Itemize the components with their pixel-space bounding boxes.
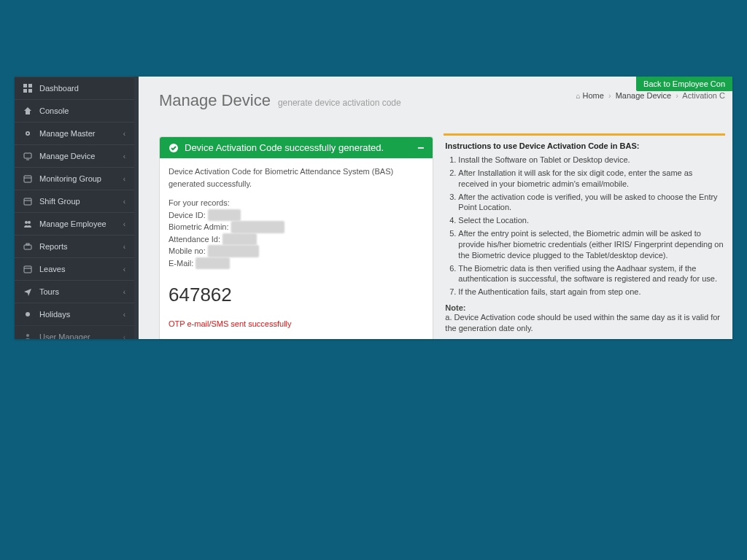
collapse-button[interactable]: − — [417, 145, 424, 151]
chevron-left-icon: ‹ — [123, 311, 125, 319]
back-to-employee-button[interactable]: Back to Employee Con — [636, 77, 732, 91]
svg-point-5 — [27, 133, 28, 134]
instructions-panel: Instructions to use Device Activation Co… — [444, 133, 725, 339]
chevron-left-icon: ‹ — [123, 130, 125, 138]
breadcrumb-manage-device[interactable]: Manage Device — [616, 91, 671, 100]
sidebar-item-label: Reports — [39, 242, 68, 251]
records-heading: For your records: — [169, 197, 424, 209]
chevron-left-icon: ‹ — [123, 175, 125, 183]
breadcrumb-home[interactable]: Home — [583, 91, 604, 100]
svg-rect-10 — [24, 198, 31, 205]
users-icon — [22, 219, 34, 229]
activation-panel-title: Device Activation Code successfully gene… — [185, 142, 384, 153]
instruction-step: If the Authentication fails, start again… — [458, 287, 724, 298]
svg-point-19 — [26, 334, 29, 337]
sidebar-item-console[interactable]: Console — [15, 99, 139, 122]
instruction-step: After the activation code is verified, y… — [458, 192, 724, 214]
sidebar: Dashboard Console Manage Master ‹ Manage… — [15, 77, 139, 339]
chevron-left-icon: ‹ — [123, 243, 125, 251]
sidebar-item-label: User Manager — [39, 332, 90, 339]
sidebar-item-monitoring-group[interactable]: Monitoring Group ‹ — [15, 167, 139, 190]
device-icon — [22, 151, 34, 161]
svg-point-13 — [28, 221, 31, 224]
sidebar-item-tours[interactable]: Tours ‹ — [15, 280, 139, 303]
svg-rect-6 — [24, 153, 31, 158]
svg-rect-14 — [24, 245, 31, 249]
instruction-step: Install the Software on Tablet or Deskto… — [458, 155, 724, 166]
instruction-step: After Installation it will ask for the s… — [458, 168, 724, 190]
chevron-left-icon: ‹ — [123, 152, 125, 160]
briefcase-icon — [22, 241, 34, 252]
page-subtitle: generate device activation code — [278, 98, 401, 108]
calendar-icon — [22, 174, 34, 184]
sidebar-item-holidays[interactable]: Holidays ‹ — [15, 303, 139, 325]
app-frame: Dashboard Console Manage Master ‹ Manage… — [15, 77, 732, 339]
sidebar-item-label: Console — [39, 106, 69, 115]
record-attendance-id: Attendance Id: ██████ — [169, 233, 424, 246]
sidebar-item-label: Monitoring Group — [39, 174, 101, 183]
instructions-list: Install the Software on Tablet or Deskto… — [445, 155, 724, 298]
svg-rect-2 — [23, 89, 27, 93]
instruction-step: After the entry point is selected, the B… — [458, 228, 724, 261]
sidebar-item-manage-device[interactable]: Manage Device ‹ — [15, 144, 139, 167]
breadcrumb-current: Activation C — [682, 91, 725, 100]
check-circle-icon — [169, 143, 179, 153]
calendar-icon — [22, 196, 34, 206]
page-title: Manage Device — [159, 91, 271, 110]
record-email: E-Mail: ██████ — [169, 257, 424, 270]
chevron-left-icon: ‹ — [123, 220, 125, 228]
home-icon — [22, 106, 34, 116]
instruction-step: The Biometric data is then verified usin… — [458, 263, 724, 285]
sidebar-item-shift-group[interactable]: Shift Group ‹ — [15, 190, 139, 212]
sidebar-item-manage-master[interactable]: Manage Master ‹ — [15, 122, 139, 144]
svg-rect-1 — [28, 84, 32, 88]
activation-panel-header: Device Activation Code successfully gene… — [160, 137, 433, 158]
note-heading: Note: — [445, 303, 465, 312]
sidebar-item-label: Leaves — [39, 265, 65, 273]
svg-rect-0 — [23, 84, 27, 88]
record-biometric-admin: Biometric Admin: ██████ ███ — [169, 221, 424, 233]
instruction-step: Select the Location. — [458, 215, 724, 226]
svg-point-12 — [25, 221, 28, 224]
user-icon — [22, 332, 34, 339]
cogs-icon — [22, 128, 34, 139]
sidebar-item-dashboard[interactable]: Dashboard — [15, 77, 139, 99]
activation-success-text: Device Activation Code for Biometric Att… — [169, 166, 424, 190]
chevron-left-icon: ‹ — [123, 333, 125, 340]
otp-sent-message: OTP e-mail/SMS sent successfully — [169, 318, 424, 330]
home-icon: ⌂ — [576, 92, 580, 100]
sun-icon — [22, 309, 34, 319]
plane-icon — [22, 287, 34, 297]
scrollbar-thumb-bottom[interactable] — [135, 330, 138, 336]
svg-rect-3 — [28, 89, 32, 93]
sidebar-item-label: Manage Employee — [39, 219, 107, 228]
svg-point-18 — [26, 312, 30, 316]
record-mobile: Mobile no: █████████ — [169, 245, 424, 257]
record-device-id: Device ID: 1█████ — [169, 209, 424, 222]
sidebar-item-label: Dashboard — [39, 84, 79, 93]
instructions-title: Instructions to use Device Activation Co… — [445, 141, 724, 150]
sidebar-item-reports[interactable]: Reports ‹ — [15, 235, 139, 257]
chevron-left-icon: ‹ — [123, 265, 125, 273]
scrollbar-thumb[interactable] — [135, 78, 138, 97]
sidebar-item-label: Shift Group — [39, 197, 80, 206]
sidebar-item-label: Tours — [39, 287, 59, 296]
notes-block: Note: a. Device Activation code should b… — [445, 303, 724, 339]
sidebar-item-label: Manage Device — [39, 152, 95, 160]
sidebar-item-manage-employee[interactable]: Manage Employee ‹ — [15, 212, 139, 235]
sidebar-item-label: Holidays — [39, 310, 70, 319]
svg-rect-8 — [24, 176, 31, 182]
sidebar-item-user-manager[interactable]: User Manager ‹ — [15, 325, 139, 339]
activation-panel-body: Device Activation Code for Biometric Att… — [160, 158, 433, 339]
content-area: Back to Employee Con Manage Device gener… — [139, 77, 732, 339]
sidebar-item-leaves[interactable]: Leaves ‹ — [15, 257, 139, 280]
note-item: a. Device Activation code should be used… — [445, 312, 724, 334]
svg-rect-15 — [26, 244, 29, 245]
sidebar-item-label: Manage Master — [39, 129, 95, 138]
svg-rect-16 — [24, 266, 31, 273]
chevron-left-icon: ‹ — [123, 288, 125, 296]
dashboard-icon — [22, 83, 34, 93]
breadcrumb: ⌂ Home › Manage Device › Activation C — [576, 91, 725, 100]
activation-records: For your records: Device ID: 1█████ Biom… — [169, 197, 424, 269]
activation-code: 647862 — [169, 281, 424, 309]
